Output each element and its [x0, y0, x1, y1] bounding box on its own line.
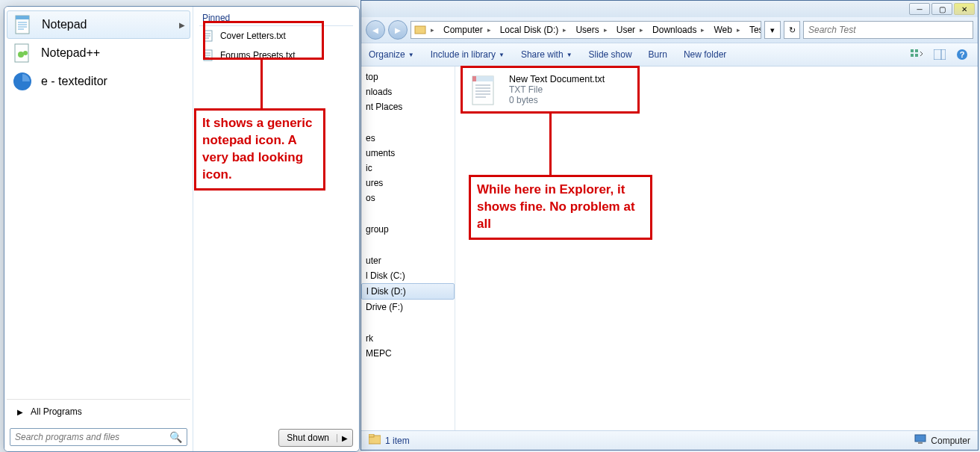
- svg-point-8: [23, 51, 28, 55]
- shutdown-menu-arrow-icon[interactable]: ▶: [337, 434, 352, 442]
- toolbar: Organize▼ Include in library▼ Share with…: [361, 43, 978, 66]
- notepadpp-icon: [11, 42, 34, 64]
- close-button[interactable]: ✕: [954, 3, 975, 15]
- svg-rect-22: [915, 54, 918, 57]
- crumb[interactable]: Web▸: [708, 22, 743, 38]
- content-pane[interactable]: New Text Document.txt TXT File 0 bytes: [455, 66, 978, 430]
- titlebar: ─ ▢ ✕: [361, 1, 978, 17]
- start-menu: Notepad ▶ Notepad++ e - texteditor: [4, 6, 360, 452]
- start-search-box[interactable]: 🔍: [10, 428, 187, 446]
- svg-rect-23: [934, 49, 946, 60]
- breadcrumb-dropdown[interactable]: ▾: [764, 21, 781, 39]
- etexteditor-icon: [11, 70, 34, 93]
- triangle-icon: ▶: [17, 408, 23, 416]
- crumb[interactable]: Computer▸: [437, 22, 494, 38]
- start-menu-programs-pane: Notepad ▶ Notepad++ e - texteditor: [4, 7, 193, 451]
- shutdown-button[interactable]: Shut down ▶: [278, 429, 353, 447]
- nav-item[interactable]: os: [361, 191, 455, 205]
- nav-item[interactable]: es: [361, 131, 455, 146]
- annotation-line: [260, 60, 263, 108]
- nav-item[interactable]: Drive (F:): [361, 300, 455, 315]
- nav-item[interactable]: nt Places: [361, 99, 455, 114]
- explorer-search-input[interactable]: [808, 25, 968, 35]
- crumb[interactable]: User▸: [611, 22, 646, 38]
- nav-item[interactable]: group: [361, 222, 455, 237]
- annotation-text: It shows a generic notepad icon. A very …: [194, 108, 325, 191]
- start-menu-jumplist-pane: Pinned Cover Letters.txt Forums Presets.…: [193, 7, 359, 451]
- explorer-window: ─ ▢ ✕ ◄ ► ▸ Computer▸ Local Disk (D:)▸ U…: [361, 0, 979, 451]
- annotation-box: [203, 21, 324, 60]
- svg-rect-36: [369, 434, 374, 437]
- all-programs-label: All Programs: [31, 406, 82, 417]
- crumb-root-icon[interactable]: ▸: [411, 22, 437, 38]
- shutdown-label: Shut down: [279, 433, 337, 443]
- nav-item[interactable]: uter: [361, 253, 455, 268]
- svg-point-7: [18, 52, 24, 58]
- help-icon[interactable]: ?: [954, 47, 970, 62]
- preview-pane-icon[interactable]: [931, 47, 948, 62]
- nav-item[interactable]: ures: [361, 176, 455, 191]
- folder-icon: [369, 434, 381, 447]
- include-in-library-button[interactable]: Include in library▼: [431, 49, 505, 60]
- crumb[interactable]: Users▸: [569, 22, 610, 38]
- program-item-notepadpp[interactable]: Notepad++: [7, 39, 190, 67]
- svg-rect-38: [918, 442, 923, 444]
- minimize-button[interactable]: ─: [909, 3, 930, 15]
- refresh-button[interactable]: ↻: [784, 21, 800, 39]
- crumb[interactable]: Test: [743, 22, 761, 38]
- nav-item[interactable]: uments: [361, 146, 455, 161]
- svg-rect-19: [911, 49, 914, 52]
- program-label: Notepad: [42, 18, 87, 31]
- burn-button[interactable]: Burn: [649, 49, 667, 60]
- svg-rect-21: [911, 54, 914, 57]
- slideshow-button[interactable]: Slide show: [589, 49, 632, 60]
- nav-item[interactable]: top: [361, 69, 455, 84]
- search-input[interactable]: [15, 432, 169, 442]
- crumb[interactable]: Local Disk (D:)▸: [494, 22, 570, 38]
- all-programs-button[interactable]: ▶ All Programs: [7, 399, 190, 424]
- annotation-box: [461, 66, 640, 114]
- program-item-etexteditor[interactable]: e - texteditor: [7, 67, 190, 96]
- view-options-icon[interactable]: [909, 47, 926, 62]
- program-item-notepad[interactable]: Notepad ▶: [7, 10, 190, 39]
- nav-item[interactable]: ic: [361, 161, 455, 176]
- annotation-text: While here in Explorer, it shows fine. N…: [469, 175, 652, 240]
- status-bar: 1 item Computer: [361, 430, 978, 450]
- maximize-button[interactable]: ▢: [931, 3, 952, 15]
- computer-icon: [914, 434, 926, 447]
- submenu-arrow-icon: ▶: [179, 21, 185, 29]
- notepad-icon: [12, 13, 34, 36]
- svg-rect-20: [915, 49, 918, 52]
- svg-text:?: ?: [960, 50, 965, 59]
- share-with-button[interactable]: Share with▼: [521, 49, 572, 60]
- forward-button[interactable]: ►: [388, 20, 408, 40]
- svg-rect-37: [915, 435, 926, 442]
- new-folder-button[interactable]: New folder: [684, 49, 726, 60]
- program-label: e - texteditor: [41, 75, 107, 88]
- crumb[interactable]: Downloads▸: [646, 22, 708, 38]
- annotation-line: [549, 114, 552, 175]
- back-button[interactable]: ◄: [366, 20, 385, 40]
- nav-item[interactable]: nloads: [361, 84, 455, 99]
- item-count: 1 item: [385, 436, 410, 446]
- program-label: Notepad++: [41, 46, 100, 60]
- svg-rect-18: [415, 26, 425, 34]
- explorer-search-box[interactable]: [803, 21, 973, 39]
- nav-item[interactable]: MEPC: [361, 346, 455, 361]
- nav-item[interactable]: l Disk (C:): [361, 268, 455, 283]
- search-icon: 🔍: [169, 431, 182, 443]
- navigation-pane: top nloads nt Places es uments ic ures o…: [361, 66, 455, 430]
- organize-button[interactable]: Organize▼: [369, 49, 414, 60]
- status-location: Computer: [931, 436, 970, 446]
- nav-item[interactable]: rk: [361, 331, 455, 346]
- svg-rect-1: [16, 16, 29, 19]
- breadcrumb[interactable]: ▸ Computer▸ Local Disk (D:)▸ Users▸ User…: [411, 21, 761, 39]
- address-bar: ◄ ► ▸ Computer▸ Local Disk (D:)▸ Users▸ …: [361, 17, 978, 43]
- nav-item-selected[interactable]: l Disk (D:): [361, 283, 455, 300]
